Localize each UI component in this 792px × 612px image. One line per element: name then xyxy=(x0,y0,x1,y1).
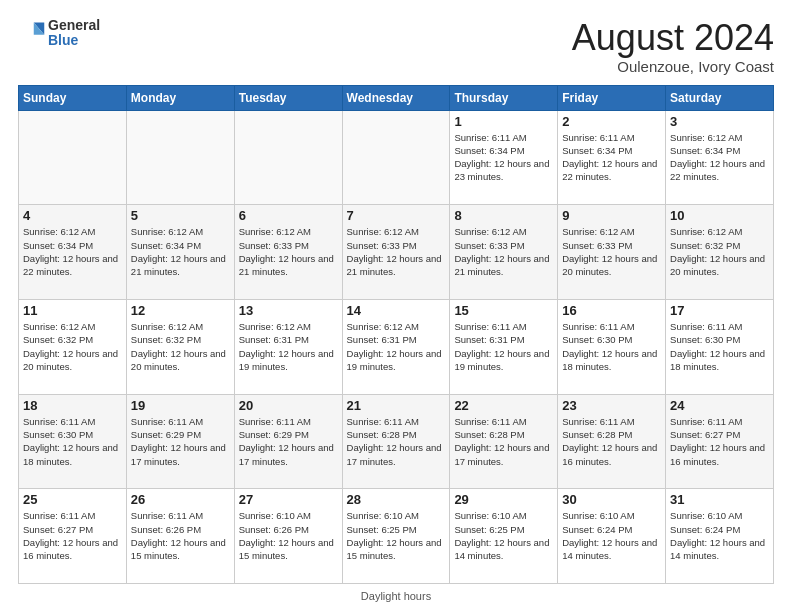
calendar-cell: 31Sunrise: 6:10 AM Sunset: 6:24 PM Dayli… xyxy=(666,489,774,584)
day-number: 29 xyxy=(454,492,553,507)
calendar-cell: 30Sunrise: 6:10 AM Sunset: 6:24 PM Dayli… xyxy=(558,489,666,584)
day-number: 22 xyxy=(454,398,553,413)
weekday-header: Tuesday xyxy=(234,85,342,110)
day-number: 31 xyxy=(670,492,769,507)
footer: Daylight hours xyxy=(18,590,774,602)
calendar-cell: 23Sunrise: 6:11 AM Sunset: 6:28 PM Dayli… xyxy=(558,394,666,489)
footer-text: Daylight hours xyxy=(361,590,431,602)
cell-content: Sunrise: 6:11 AM Sunset: 6:30 PM Dayligh… xyxy=(670,320,769,373)
calendar-cell: 12Sunrise: 6:12 AM Sunset: 6:32 PM Dayli… xyxy=(126,299,234,394)
day-number: 12 xyxy=(131,303,230,318)
cell-content: Sunrise: 6:11 AM Sunset: 6:34 PM Dayligh… xyxy=(562,131,661,184)
weekday-header: Friday xyxy=(558,85,666,110)
calendar-cell: 1Sunrise: 6:11 AM Sunset: 6:34 PM Daylig… xyxy=(450,110,558,205)
day-number: 4 xyxy=(23,208,122,223)
header: General Blue August 2024 Oulenzoue, Ivor… xyxy=(18,18,774,75)
calendar-cell: 6Sunrise: 6:12 AM Sunset: 6:33 PM Daylig… xyxy=(234,205,342,300)
day-number: 2 xyxy=(562,114,661,129)
day-number: 10 xyxy=(670,208,769,223)
calendar-cell: 17Sunrise: 6:11 AM Sunset: 6:30 PM Dayli… xyxy=(666,299,774,394)
calendar-cell xyxy=(342,110,450,205)
calendar-week-row: 18Sunrise: 6:11 AM Sunset: 6:30 PM Dayli… xyxy=(19,394,774,489)
calendar-cell: 10Sunrise: 6:12 AM Sunset: 6:32 PM Dayli… xyxy=(666,205,774,300)
day-number: 26 xyxy=(131,492,230,507)
logo-icon xyxy=(18,19,46,47)
cell-content: Sunrise: 6:12 AM Sunset: 6:32 PM Dayligh… xyxy=(23,320,122,373)
day-number: 5 xyxy=(131,208,230,223)
calendar-cell: 28Sunrise: 6:10 AM Sunset: 6:25 PM Dayli… xyxy=(342,489,450,584)
title-block: August 2024 Oulenzoue, Ivory Coast xyxy=(572,18,774,75)
cell-content: Sunrise: 6:11 AM Sunset: 6:34 PM Dayligh… xyxy=(454,131,553,184)
calendar-cell: 19Sunrise: 6:11 AM Sunset: 6:29 PM Dayli… xyxy=(126,394,234,489)
day-number: 20 xyxy=(239,398,338,413)
calendar-cell: 24Sunrise: 6:11 AM Sunset: 6:27 PM Dayli… xyxy=(666,394,774,489)
day-number: 30 xyxy=(562,492,661,507)
cell-content: Sunrise: 6:10 AM Sunset: 6:25 PM Dayligh… xyxy=(347,509,446,562)
weekday-header: Saturday xyxy=(666,85,774,110)
calendar-cell: 27Sunrise: 6:10 AM Sunset: 6:26 PM Dayli… xyxy=(234,489,342,584)
calendar-header-row: SundayMondayTuesdayWednesdayThursdayFrid… xyxy=(19,85,774,110)
calendar-cell: 21Sunrise: 6:11 AM Sunset: 6:28 PM Dayli… xyxy=(342,394,450,489)
calendar-week-row: 1Sunrise: 6:11 AM Sunset: 6:34 PM Daylig… xyxy=(19,110,774,205)
calendar-week-row: 4Sunrise: 6:12 AM Sunset: 6:34 PM Daylig… xyxy=(19,205,774,300)
calendar-cell xyxy=(126,110,234,205)
cell-content: Sunrise: 6:12 AM Sunset: 6:32 PM Dayligh… xyxy=(131,320,230,373)
calendar-table: SundayMondayTuesdayWednesdayThursdayFrid… xyxy=(18,85,774,584)
day-number: 25 xyxy=(23,492,122,507)
calendar-cell: 2Sunrise: 6:11 AM Sunset: 6:34 PM Daylig… xyxy=(558,110,666,205)
day-number: 7 xyxy=(347,208,446,223)
logo: General Blue xyxy=(18,18,100,49)
main-title: August 2024 xyxy=(572,18,774,58)
day-number: 3 xyxy=(670,114,769,129)
cell-content: Sunrise: 6:12 AM Sunset: 6:34 PM Dayligh… xyxy=(131,225,230,278)
cell-content: Sunrise: 6:10 AM Sunset: 6:25 PM Dayligh… xyxy=(454,509,553,562)
cell-content: Sunrise: 6:10 AM Sunset: 6:24 PM Dayligh… xyxy=(562,509,661,562)
cell-content: Sunrise: 6:11 AM Sunset: 6:31 PM Dayligh… xyxy=(454,320,553,373)
calendar-cell: 8Sunrise: 6:12 AM Sunset: 6:33 PM Daylig… xyxy=(450,205,558,300)
calendar-cell: 15Sunrise: 6:11 AM Sunset: 6:31 PM Dayli… xyxy=(450,299,558,394)
cell-content: Sunrise: 6:11 AM Sunset: 6:29 PM Dayligh… xyxy=(131,415,230,468)
calendar-cell: 22Sunrise: 6:11 AM Sunset: 6:28 PM Dayli… xyxy=(450,394,558,489)
calendar-week-row: 25Sunrise: 6:11 AM Sunset: 6:27 PM Dayli… xyxy=(19,489,774,584)
day-number: 15 xyxy=(454,303,553,318)
cell-content: Sunrise: 6:11 AM Sunset: 6:28 PM Dayligh… xyxy=(347,415,446,468)
weekday-header: Sunday xyxy=(19,85,127,110)
calendar-cell: 3Sunrise: 6:12 AM Sunset: 6:34 PM Daylig… xyxy=(666,110,774,205)
day-number: 6 xyxy=(239,208,338,223)
calendar-cell: 25Sunrise: 6:11 AM Sunset: 6:27 PM Dayli… xyxy=(19,489,127,584)
day-number: 1 xyxy=(454,114,553,129)
cell-content: Sunrise: 6:12 AM Sunset: 6:31 PM Dayligh… xyxy=(239,320,338,373)
cell-content: Sunrise: 6:12 AM Sunset: 6:33 PM Dayligh… xyxy=(562,225,661,278)
calendar-cell: 11Sunrise: 6:12 AM Sunset: 6:32 PM Dayli… xyxy=(19,299,127,394)
day-number: 19 xyxy=(131,398,230,413)
day-number: 23 xyxy=(562,398,661,413)
day-number: 28 xyxy=(347,492,446,507)
cell-content: Sunrise: 6:11 AM Sunset: 6:28 PM Dayligh… xyxy=(562,415,661,468)
cell-content: Sunrise: 6:12 AM Sunset: 6:33 PM Dayligh… xyxy=(239,225,338,278)
cell-content: Sunrise: 6:12 AM Sunset: 6:32 PM Dayligh… xyxy=(670,225,769,278)
cell-content: Sunrise: 6:11 AM Sunset: 6:30 PM Dayligh… xyxy=(562,320,661,373)
page: General Blue August 2024 Oulenzoue, Ivor… xyxy=(0,0,792,612)
calendar-cell: 9Sunrise: 6:12 AM Sunset: 6:33 PM Daylig… xyxy=(558,205,666,300)
logo-blue: Blue xyxy=(48,33,100,48)
cell-content: Sunrise: 6:10 AM Sunset: 6:26 PM Dayligh… xyxy=(239,509,338,562)
day-number: 13 xyxy=(239,303,338,318)
calendar-week-row: 11Sunrise: 6:12 AM Sunset: 6:32 PM Dayli… xyxy=(19,299,774,394)
calendar-cell: 5Sunrise: 6:12 AM Sunset: 6:34 PM Daylig… xyxy=(126,205,234,300)
cell-content: Sunrise: 6:10 AM Sunset: 6:24 PM Dayligh… xyxy=(670,509,769,562)
logo-general: General xyxy=(48,18,100,33)
calendar-cell xyxy=(19,110,127,205)
cell-content: Sunrise: 6:12 AM Sunset: 6:33 PM Dayligh… xyxy=(347,225,446,278)
cell-content: Sunrise: 6:12 AM Sunset: 6:33 PM Dayligh… xyxy=(454,225,553,278)
calendar-cell: 13Sunrise: 6:12 AM Sunset: 6:31 PM Dayli… xyxy=(234,299,342,394)
logo-text: General Blue xyxy=(48,18,100,49)
calendar-cell: 20Sunrise: 6:11 AM Sunset: 6:29 PM Dayli… xyxy=(234,394,342,489)
calendar-cell: 16Sunrise: 6:11 AM Sunset: 6:30 PM Dayli… xyxy=(558,299,666,394)
weekday-header: Monday xyxy=(126,85,234,110)
cell-content: Sunrise: 6:11 AM Sunset: 6:28 PM Dayligh… xyxy=(454,415,553,468)
day-number: 17 xyxy=(670,303,769,318)
cell-content: Sunrise: 6:11 AM Sunset: 6:29 PM Dayligh… xyxy=(239,415,338,468)
cell-content: Sunrise: 6:11 AM Sunset: 6:30 PM Dayligh… xyxy=(23,415,122,468)
cell-content: Sunrise: 6:12 AM Sunset: 6:31 PM Dayligh… xyxy=(347,320,446,373)
calendar-cell: 26Sunrise: 6:11 AM Sunset: 6:26 PM Dayli… xyxy=(126,489,234,584)
